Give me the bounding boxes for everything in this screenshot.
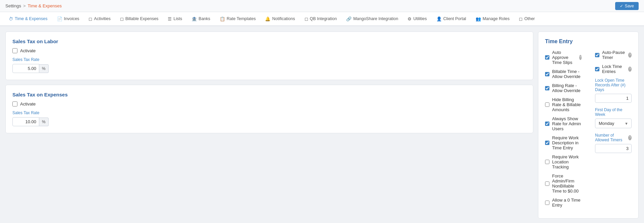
- tab-label-mangoshare-integration: MangoShare Integration: [353, 16, 398, 21]
- checkbox-row-billing-rate: Billing Rate - Allow Override: [545, 83, 582, 93]
- allow-zero-checkbox[interactable]: [545, 200, 549, 205]
- allow-zero-label: Allow a 0 Time Entry: [552, 198, 582, 208]
- nav-tab-other[interactable]: ◻Other: [514, 12, 539, 26]
- auto-approve-checkbox[interactable]: [545, 55, 549, 60]
- force-admin-label: Force Admin/Firm NonBillable Time to $0.…: [552, 173, 582, 194]
- labor-rate-input[interactable]: [12, 64, 39, 73]
- allowed-timers-label: Number of Allowed Timers: [595, 133, 626, 142]
- tab-label-time-expenses: Time & Expenses: [15, 16, 48, 21]
- nav-tab-billable-expenses[interactable]: ◻Billable Expenses: [115, 12, 163, 26]
- checkbox-row-auto-approve: Auto Approve Time Slips?: [545, 50, 582, 65]
- billing-rate-label: Billing Rate - Allow Override: [552, 83, 582, 93]
- tab-icon-billable-expenses: ◻: [120, 16, 124, 21]
- sales-tax-labor-title: Sales Tax on Labor: [12, 39, 526, 44]
- tab-icon-client-portal: 👤: [436, 16, 442, 21]
- allowed-timers-input[interactable]: [595, 144, 632, 153]
- nav-tabs: ⏱Time & Expenses📄Invoices◻Activities◻Bil…: [0, 12, 644, 26]
- right-panel: Sales Tax on Labor Activate Sales Tax Ra…: [5, 31, 533, 223]
- checkbox-row-require-work-desc: Require Work Description in Time Entry: [545, 135, 582, 150]
- always-show-rate-checkbox[interactable]: [545, 121, 549, 126]
- nav-tab-notifications[interactable]: 🔔Notifications: [260, 12, 300, 26]
- allowed-timers-help-icon[interactable]: ?: [628, 135, 632, 140]
- auto-pause-help-icon[interactable]: ?: [628, 53, 632, 58]
- require-work-loc-checkbox[interactable]: [545, 159, 549, 164]
- first-day-label: First Day of the Week: [595, 107, 632, 117]
- auto-pause-checkbox[interactable]: [595, 53, 599, 58]
- sales-tax-expenses-title: Sales Tax on Expenses: [12, 92, 526, 97]
- labor-rate-row: %: [12, 64, 526, 73]
- nav-tab-manage-roles[interactable]: 👥Manage Roles: [471, 12, 515, 26]
- first-day-wrap: SundayMondayTuesdayWednesdayThursdayFrid…: [595, 119, 632, 128]
- tab-label-lists: Lists: [173, 16, 182, 21]
- nav-tab-lists[interactable]: ☰Lists: [163, 12, 187, 26]
- lock-days-label: Lock Open Time Records After (#) Days: [595, 78, 632, 92]
- tab-icon-activities: ◻: [89, 16, 92, 21]
- tab-label-client-portal: Client Portal: [443, 16, 466, 21]
- tab-icon-lists: ☰: [168, 16, 172, 21]
- lock-days-input[interactable]: [595, 94, 632, 103]
- tab-icon-notifications: 🔔: [265, 16, 270, 21]
- checkbox-row-lock-time: Lock Time Entries?: [595, 64, 632, 74]
- billable-time-checkbox[interactable]: [545, 72, 549, 77]
- hide-billing-checkbox[interactable]: [545, 102, 549, 107]
- allowed-timers-label-wrap: Number of Allowed Timers?: [595, 133, 632, 142]
- always-show-rate-label: Always Show Rate for Admin Users: [552, 116, 582, 131]
- activate-expenses-checkbox[interactable]: [12, 101, 17, 106]
- checkbox-row-require-work-loc: Require Work Location Tracking: [545, 154, 582, 169]
- save-button[interactable]: ✓ Save: [615, 2, 639, 10]
- sales-tax-labor-activate-row: Activate: [12, 48, 526, 53]
- labor-pct-button[interactable]: %: [39, 64, 49, 73]
- nav-tab-time-expenses[interactable]: ⏱Time & Expenses: [4, 12, 52, 26]
- breadcrumb-separator: >: [23, 3, 26, 8]
- force-admin-checkbox[interactable]: [545, 181, 549, 186]
- breadcrumb-settings[interactable]: Settings: [5, 3, 21, 8]
- time-entry-left: Auto Approve Time Slips?Billable Time - …: [545, 50, 582, 212]
- expenses-rate-input[interactable]: [12, 117, 39, 126]
- expenses-pct-button[interactable]: %: [39, 118, 49, 126]
- tab-label-other: Other: [524, 16, 535, 21]
- require-work-loc-label: Require Work Location Tracking: [552, 154, 582, 169]
- auto-approve-help-icon[interactable]: ?: [579, 55, 582, 60]
- tab-label-banks: Banks: [199, 16, 210, 21]
- auto-approve-label: Auto Approve Time Slips: [552, 50, 576, 65]
- nav-tab-rate-templates[interactable]: 📋Rate Templates: [215, 12, 261, 26]
- tab-icon-manage-roles: 👥: [476, 16, 481, 21]
- sales-tax-expenses-activate-row: Activate: [12, 101, 526, 106]
- nav-tab-utilities[interactable]: ⚙Utilities: [403, 12, 431, 26]
- lock-time-help-icon[interactable]: ?: [628, 67, 632, 72]
- nav-tab-mangoshare-integration[interactable]: 🔗MangoShare Integration: [341, 12, 403, 26]
- main-content: Time Entry Auto Approve Time Slips?Billa…: [0, 26, 644, 223]
- nav-tab-banks[interactable]: 🏦Banks: [187, 12, 215, 26]
- nav-tab-client-portal[interactable]: 👤Client Portal: [432, 12, 471, 26]
- activate-expenses-label: Activate: [20, 101, 36, 106]
- tab-label-activities: Activities: [94, 16, 110, 21]
- tab-label-invoices: Invoices: [64, 16, 79, 21]
- tab-label-billable-expenses: Billable Expenses: [125, 16, 159, 21]
- checkbox-row-hide-billing: Hide Billing Rate & Billable Amounts: [545, 97, 582, 112]
- billable-time-label: Billable Time - Allow Override: [552, 69, 582, 79]
- billing-rate-checkbox[interactable]: [545, 86, 549, 91]
- checkbox-row-force-admin: Force Admin/Firm NonBillable Time to $0.…: [545, 173, 582, 194]
- sales-tax-labor-card: Sales Tax on Labor Activate Sales Tax Ra…: [5, 31, 533, 80]
- activate-labor-checkbox[interactable]: [12, 48, 17, 53]
- checkbox-row-billable-time: Billable Time - Allow Override: [545, 69, 582, 79]
- checkbox-row-allow-zero: Allow a 0 Time Entry: [545, 198, 582, 208]
- tab-icon-other: ◻: [519, 16, 523, 21]
- first-day-select[interactable]: SundayMondayTuesdayWednesdayThursdayFrid…: [595, 119, 632, 128]
- nav-tab-qb-integration[interactable]: ◻QB Integration: [300, 12, 342, 26]
- tab-icon-rate-templates: 📋: [220, 16, 225, 21]
- auto-pause-label: Auto-Pause Timer: [602, 50, 625, 60]
- require-work-desc-checkbox[interactable]: [545, 140, 549, 145]
- time-entry-right: Auto-Pause Timer?Lock Time Entries?Lock …: [595, 50, 632, 212]
- nav-tab-activities[interactable]: ◻Activities: [84, 12, 115, 26]
- tab-icon-invoices: 📄: [57, 16, 62, 21]
- nav-tab-invoices[interactable]: 📄Invoices: [52, 12, 84, 26]
- hide-billing-label: Hide Billing Rate & Billable Amounts: [552, 97, 582, 112]
- tab-icon-time-expenses: ⏱: [9, 16, 13, 21]
- lock-time-label: Lock Time Entries: [602, 64, 625, 74]
- time-entry-card: Time Entry Auto Approve Time Slips?Billa…: [538, 31, 639, 219]
- tab-label-utilities: Utilities: [413, 16, 427, 21]
- tab-label-manage-roles: Manage Roles: [483, 16, 510, 21]
- tab-label-notifications: Notifications: [272, 16, 295, 21]
- lock-time-checkbox[interactable]: [595, 67, 599, 72]
